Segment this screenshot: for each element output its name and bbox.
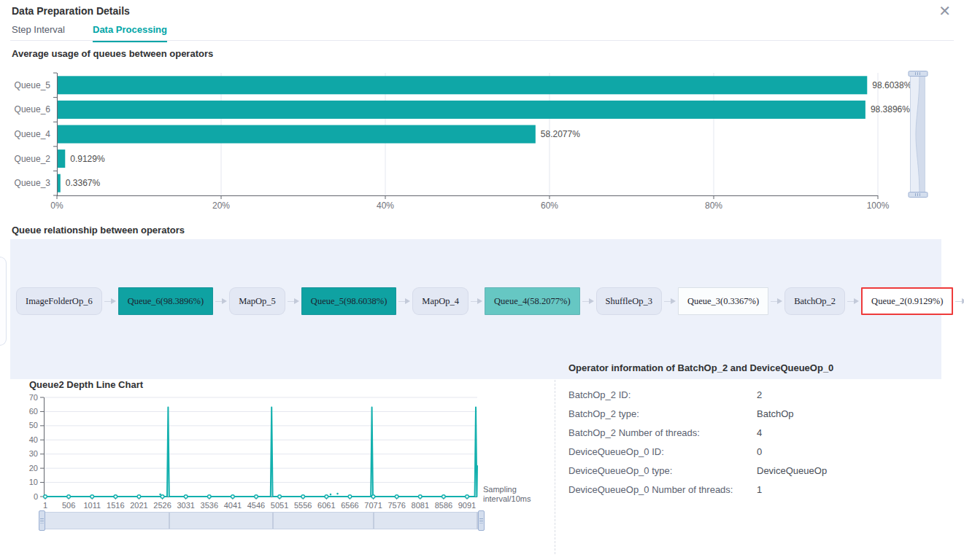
- data-point-marker[interactable]: [231, 495, 235, 499]
- data-point-marker[interactable]: [371, 495, 375, 499]
- minor-data-point: [159, 494, 161, 496]
- tab-bar-divider: [10, 40, 954, 41]
- bar-value-label: 0.9129%: [70, 154, 105, 164]
- zoom-handle-top[interactable]: [908, 71, 928, 77]
- data-point-marker[interactable]: [395, 495, 398, 499]
- panel-divider: [555, 380, 555, 554]
- bar-Queue_2[interactable]: [58, 149, 65, 168]
- graph-section-title: Queue relationship between operators: [12, 225, 185, 236]
- x-tick-label: 6061: [317, 501, 335, 510]
- y-tick-label: 30: [29, 449, 38, 458]
- node-BatchOp_2[interactable]: BatchOp_2: [784, 287, 845, 315]
- x-tick-label: 4041: [224, 501, 242, 510]
- info-label: BatchOp_2 ID:: [568, 386, 757, 405]
- node-Queue_4-58-2077[interactable]: Queue_4(58.2077%): [485, 287, 580, 315]
- node-Queue_5-98-6038[interactable]: Queue_5(98.6038%): [301, 287, 397, 315]
- info-row-BatchOp_2-type: BatchOp_2 type:BatchOp: [568, 405, 955, 424]
- x-tick-label: 6566: [341, 501, 358, 510]
- data-point-marker[interactable]: [207, 495, 211, 499]
- bar-Queue_5[interactable]: [58, 76, 867, 94]
- data-point-marker[interactable]: [325, 495, 328, 499]
- bar-Queue_3[interactable]: [58, 174, 61, 192]
- y-tick-label: 20: [29, 464, 38, 472]
- zoom-slider-data-shadow: [169, 513, 170, 529]
- bar-value-label: 98.3896%: [871, 104, 910, 114]
- flow-arrow-icon: [471, 298, 482, 305]
- data-point-marker[interactable]: [442, 495, 446, 499]
- bar-value-label: 98.6038%: [872, 80, 911, 90]
- flow-arrow-icon: [582, 298, 594, 305]
- y-tick-label: 50: [29, 421, 38, 429]
- data-point-marker[interactable]: [418, 495, 422, 499]
- info-label: BatchOp_2 Number of threads:: [568, 424, 757, 443]
- x-tick-label: 3536: [201, 501, 218, 510]
- data-point-marker[interactable]: [114, 495, 117, 499]
- x-tick-label: 40%: [377, 201, 394, 211]
- data-point-marker[interactable]: [255, 495, 258, 499]
- data-point-marker[interactable]: [44, 495, 47, 499]
- x-tick-label: 1: [43, 501, 47, 510]
- flow-arrow-icon: [847, 298, 859, 305]
- zoom-slider-data-shadow: [272, 513, 274, 529]
- data-point-marker[interactable]: [67, 495, 71, 499]
- node-Queue_6-98-3896[interactable]: Queue_6(98.3896%): [118, 287, 214, 315]
- bar-chart-zoom-slider[interactable]: [910, 73, 925, 195]
- flow-arrow-icon: [215, 298, 227, 305]
- x-axis-unit-label: Sampling interval/10ms: [483, 485, 531, 504]
- operator-info-list: BatchOp_2 ID:2BatchOp_2 type:BatchOpBatc…: [568, 386, 955, 499]
- x-tick-label: 2021: [130, 501, 147, 510]
- minor-data-point: [330, 494, 332, 496]
- data-point-marker[interactable]: [90, 495, 94, 499]
- node-Queue_3-0-3367[interactable]: Queue_3(0.3367%): [678, 287, 768, 315]
- info-row-BatchOp_2-Number-of-threads: BatchOp_2 Number of threads:4: [568, 424, 955, 443]
- bar-Queue_4[interactable]: [58, 125, 536, 144]
- info-row-DeviceQueueOp_0-ID: DeviceQueueOp_0 ID:0: [568, 443, 955, 462]
- data-point-marker[interactable]: [137, 495, 141, 499]
- category-label-Queue_6: Queue_6: [15, 104, 51, 114]
- x-tick-label: 0%: [50, 201, 63, 211]
- bar-chart-section-title: Average usage of queues between operator…: [12, 48, 213, 59]
- y-tick-label: 10: [29, 478, 38, 486]
- data-point-marker[interactable]: [466, 495, 469, 499]
- flow-arrow-icon: [771, 298, 782, 305]
- queue-usage-bar-chart: 0%20%40%60%80%100%Queue_598.6038%Queue_6…: [0, 64, 919, 214]
- node-Queue_2-0-9129[interactable]: Queue_2(0.9129%): [861, 287, 953, 315]
- queue2-depth-line-chart: 0102030405060701506101115162021252630313…: [13, 391, 557, 515]
- data-point-marker[interactable]: [278, 495, 282, 499]
- close-icon[interactable]: ✕: [936, 1, 954, 20]
- zoom-handle-right[interactable]: [478, 510, 485, 531]
- category-label-Queue_5: Queue_5: [15, 80, 51, 90]
- info-value: 2: [757, 386, 955, 405]
- bar-Queue_6[interactable]: [58, 101, 865, 119]
- line-chart-title: Queue2 Depth Line Chart: [29, 379, 143, 390]
- x-tick-label: 8586: [435, 501, 452, 510]
- zoom-handle-left[interactable]: [39, 510, 45, 531]
- node-ShuffleOp_3[interactable]: ShuffleOp_3: [596, 287, 662, 315]
- data-point-marker[interactable]: [161, 495, 164, 499]
- category-label-Queue_3: Queue_3: [15, 178, 51, 188]
- x-tick-label: 3031: [177, 501, 194, 510]
- info-label: DeviceQueueOp_0 type:: [568, 462, 757, 481]
- x-tick-label: 7071: [364, 501, 382, 510]
- category-label-Queue_4: Queue_4: [15, 129, 51, 139]
- x-tick-label: 9091: [458, 501, 476, 510]
- x-tick-label: 20%: [212, 201, 230, 211]
- node-ImageFolderOp_6[interactable]: ImageFolderOp_6: [16, 287, 102, 315]
- line-chart-zoom-slider[interactable]: [42, 512, 482, 529]
- operator-info-title: Operator information of BatchOp_2 and De…: [568, 362, 833, 373]
- flow-arrow-icon: [664, 298, 676, 305]
- x-tick-label: 100%: [867, 201, 890, 211]
- y-tick-label: 40: [29, 435, 38, 444]
- data-point-marker[interactable]: [184, 495, 188, 499]
- data-point-marker[interactable]: [348, 495, 352, 499]
- flow-arrow-icon: [288, 298, 299, 305]
- minor-data-point: [336, 493, 339, 495]
- flow-arrow-icon: [104, 298, 116, 305]
- x-tick-label: 2526: [153, 501, 171, 510]
- node-MapOp_4[interactable]: MapOp_4: [412, 287, 468, 315]
- operator-relationship-graph: ImageFolderOp_6Queue_6(98.3896%)MapOp_5Q…: [10, 239, 941, 379]
- x-tick-label: 8081: [412, 501, 429, 510]
- zoom-handle-bottom[interactable]: [908, 192, 928, 198]
- node-MapOp_5[interactable]: MapOp_5: [229, 287, 285, 315]
- data-point-marker[interactable]: [301, 495, 305, 499]
